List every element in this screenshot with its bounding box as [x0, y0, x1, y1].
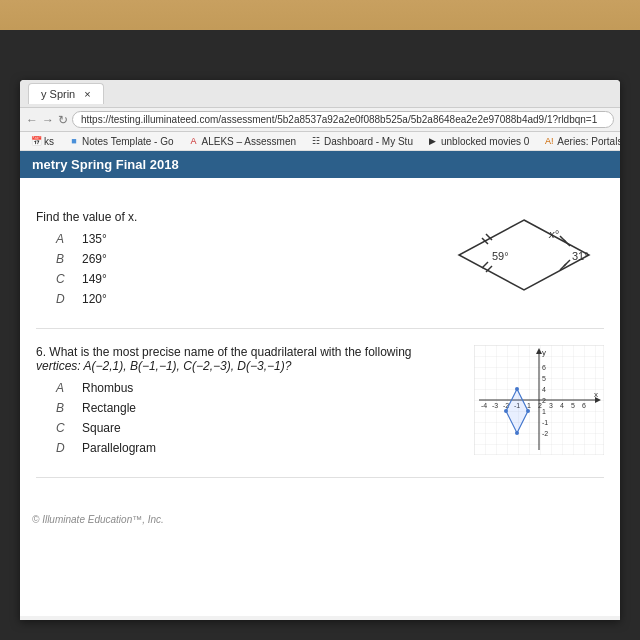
q5-value-a: 135°	[82, 232, 107, 246]
q5-option-c[interactable]: C 149°	[56, 272, 428, 286]
bookmark-icon-movies: ▶	[427, 135, 439, 147]
laptop-screen: y Sprin × ← → ↻ https://testing.illumina…	[0, 30, 640, 640]
svg-marker-0	[459, 220, 589, 290]
q6-option-d[interactable]: D Parallelogram	[56, 441, 458, 455]
question-5-row: Find the value of x. A 135° B 269°	[36, 210, 604, 312]
bookmark-ks[interactable]: 📅 ks	[26, 134, 58, 148]
question-6-prompt: 6. What is the most precise name of the …	[36, 345, 458, 373]
q5-letter-a: A	[56, 232, 70, 246]
bookmark-aeries[interactable]: A! Aeries: Portals	[539, 134, 620, 148]
footer: © Illuminate Education™, Inc.	[20, 506, 620, 533]
svg-point-39	[526, 409, 530, 413]
page-header: metry Spring Final 2018	[20, 151, 620, 178]
bookmark-icon-aleks: A	[188, 135, 200, 147]
svg-text:y: y	[542, 348, 546, 357]
svg-line-2	[482, 238, 488, 244]
svg-line-4	[482, 262, 488, 268]
q5-option-a[interactable]: A 135°	[56, 232, 428, 246]
nav-refresh[interactable]: ↻	[58, 113, 68, 127]
q5-value-c: 149°	[82, 272, 107, 286]
q6-option-a[interactable]: A Rhombus	[56, 381, 458, 395]
bookmark-icon-notes: ■	[68, 135, 80, 147]
question-6-row: 6. What is the most precise name of the …	[36, 345, 604, 461]
svg-point-41	[504, 409, 508, 413]
question-5-block: Find the value of x. A 135° B 269°	[36, 210, 604, 329]
diamond-figure: x° 59° 31°	[444, 210, 604, 300]
q6-value-b: Rectangle	[82, 401, 136, 415]
q5-letter-d: D	[56, 292, 70, 306]
browser-window: y Sprin × ← → ↻ https://testing.illumina…	[20, 80, 620, 620]
question-5-prompt: Find the value of x.	[36, 210, 428, 224]
bookmark-dashboard[interactable]: ☷ Dashboard - My Stu	[306, 134, 417, 148]
svg-text:-2: -2	[542, 430, 548, 437]
q6-letter-c: C	[56, 421, 70, 435]
svg-text:5: 5	[571, 402, 575, 409]
svg-text:-3: -3	[492, 402, 498, 409]
q5-option-b[interactable]: B 269°	[56, 252, 428, 266]
q6-value-d: Parallelogram	[82, 441, 156, 455]
bookmark-notes[interactable]: ■ Notes Template - Go	[64, 134, 178, 148]
address-bar-row: ← → ↻ https://testing.illuminateed.com/a…	[20, 108, 620, 132]
svg-text:6: 6	[542, 364, 546, 371]
grid-figure: y x 6 5 4 3 2 1 -1 -2 -	[474, 345, 604, 455]
address-text: https://testing.illuminateed.com/assessm…	[81, 114, 597, 125]
question-5-text: Find the value of x. A 135° B 269°	[36, 210, 428, 312]
tab-label: y Sprin	[41, 88, 75, 100]
svg-text:4: 4	[542, 386, 546, 393]
q5-letter-c: C	[56, 272, 70, 286]
bookmarks-bar: 📅 ks ■ Notes Template - Go A ALEKS – Ass…	[20, 132, 620, 151]
svg-line-6	[564, 240, 570, 246]
bookmark-movies[interactable]: ▶ unblocked movies 0	[423, 134, 533, 148]
svg-text:1: 1	[542, 408, 546, 415]
svg-text:x°: x°	[548, 228, 560, 240]
question-area: Find the value of x. A 135° B 269°	[20, 178, 620, 506]
browser-tab[interactable]: y Sprin ×	[28, 83, 104, 104]
question-6-text: 6. What is the most precise name of the …	[36, 345, 458, 461]
page-title: metry Spring Final 2018	[32, 157, 179, 172]
svg-text:3: 3	[549, 402, 553, 409]
svg-point-38	[515, 387, 519, 391]
svg-text:1: 1	[527, 402, 531, 409]
q5-value-d: 120°	[82, 292, 107, 306]
svg-text:31°: 31°	[572, 250, 589, 262]
bookmark-icon-aeries: A!	[543, 135, 555, 147]
svg-text:-1: -1	[542, 419, 548, 426]
q6-letter-b: B	[56, 401, 70, 415]
svg-point-40	[515, 431, 519, 435]
svg-text:6: 6	[582, 402, 586, 409]
svg-text:-4: -4	[481, 402, 487, 409]
q6-letter-a: A	[56, 381, 70, 395]
bookmark-icon-dashboard: ☷	[310, 135, 322, 147]
svg-text:x: x	[594, 390, 598, 399]
svg-text:2: 2	[542, 397, 546, 404]
q6-letter-d: D	[56, 441, 70, 455]
q6-value-a: Rhombus	[82, 381, 133, 395]
question-6-block: 6. What is the most precise name of the …	[36, 345, 604, 478]
page-content: metry Spring Final 2018 Find the value o…	[20, 151, 620, 616]
q5-value-b: 269°	[82, 252, 107, 266]
q6-vertices: vertices: A(−2,1), B(−1,−1), C(−2,−3), D…	[36, 359, 291, 373]
address-bar[interactable]: https://testing.illuminateed.com/assessm…	[72, 111, 614, 128]
browser-titlebar: y Sprin ×	[20, 80, 620, 108]
footer-text: © Illuminate Education™, Inc.	[32, 514, 164, 525]
q6-option-c[interactable]: C Square	[56, 421, 458, 435]
bookmark-aleks[interactable]: A ALEKS – Assessmen	[184, 134, 301, 148]
q6-option-b[interactable]: B Rectangle	[56, 401, 458, 415]
bookmark-icon-ks: 📅	[30, 135, 42, 147]
nav-forward[interactable]: →	[42, 113, 54, 127]
q6-value-c: Square	[82, 421, 121, 435]
tab-close[interactable]: ×	[84, 88, 90, 100]
q6-number: 6.	[36, 345, 46, 359]
nav-back[interactable]: ←	[26, 113, 38, 127]
q6-prompt-text: What is the most precise name of the qua…	[49, 345, 411, 359]
q5-letter-b: B	[56, 252, 70, 266]
svg-text:4: 4	[560, 402, 564, 409]
svg-text:59°: 59°	[492, 250, 509, 262]
q5-option-d[interactable]: D 120°	[56, 292, 428, 306]
svg-text:5: 5	[542, 375, 546, 382]
